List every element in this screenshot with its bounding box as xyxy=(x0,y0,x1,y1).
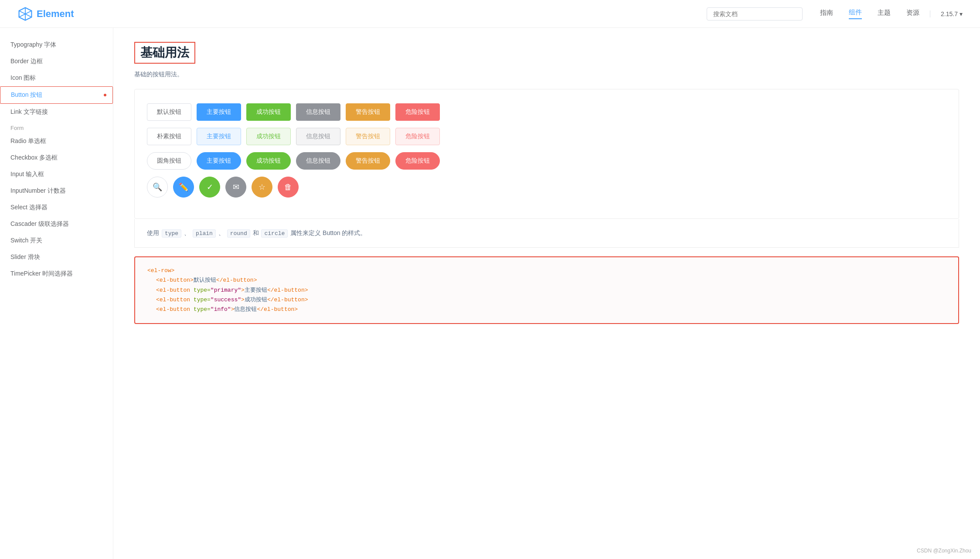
sidebar-item-typography[interactable]: Typography 字体 xyxy=(0,37,113,53)
nav-theme[interactable]: 主题 xyxy=(878,9,891,19)
code-type: type xyxy=(162,229,181,238)
btn-warning[interactable]: 警告按钮 xyxy=(346,103,390,121)
btn-success[interactable]: 成功按钮 xyxy=(246,103,291,121)
code-round: round xyxy=(227,229,250,238)
code-line-3: <el-button type="primary">主要按钮</el-butto… xyxy=(147,286,946,295)
description-box: 使用 type 、 plain 、 round 和 circle 属性来定义 B… xyxy=(134,219,959,248)
nav-guide[interactable]: 指南 xyxy=(820,9,833,19)
btn-plain-danger[interactable]: 危险按钮 xyxy=(395,128,440,145)
sidebar-item-radio[interactable]: Radio 单选框 xyxy=(0,133,113,150)
btn-circle-search[interactable]: 🔍 xyxy=(147,177,168,198)
sidebar-item-timepicker[interactable]: TimePicker 时间选择器 xyxy=(0,266,113,282)
code-line-2: <el-button>默认按钮</el-button> xyxy=(147,276,946,285)
btn-circle-check[interactable]: ✓ xyxy=(199,177,220,198)
logo[interactable]: Element xyxy=(17,6,74,22)
btn-round-info[interactable]: 信息按钮 xyxy=(296,152,340,170)
btn-danger[interactable]: 危险按钮 xyxy=(395,103,440,121)
btn-default[interactable]: 默认按钮 xyxy=(147,103,191,121)
search-input[interactable] xyxy=(707,7,803,20)
check-icon: ✓ xyxy=(207,182,213,192)
page-title: 基础用法 xyxy=(134,42,195,64)
delete-icon: 🗑 xyxy=(284,183,292,192)
sidebar-item-link[interactable]: Link 文字链接 xyxy=(0,104,113,120)
edit-icon: ✏️ xyxy=(179,182,188,192)
page-layout: Typography 字体 Border 边框 Icon 图标 Button 按… xyxy=(0,28,980,559)
btn-round-danger[interactable]: 危险按钮 xyxy=(395,152,440,170)
version-selector[interactable]: 2.15.7 ▾ xyxy=(930,10,963,17)
sidebar-item-input[interactable]: Input 输入框 xyxy=(0,166,113,183)
search-icon: 🔍 xyxy=(153,182,162,192)
sidebar-item-cascader[interactable]: Cascader 级联选择器 xyxy=(0,216,113,232)
btn-circle-delete[interactable]: 🗑 xyxy=(278,177,299,198)
watermark: CSDN @ZongXin.Zhou xyxy=(917,548,971,554)
btn-circle-message[interactable]: ✉ xyxy=(225,177,246,198)
sidebar-section-form: Form xyxy=(0,120,113,133)
code-line-4: <el-button type="success">成功按钮</el-butto… xyxy=(147,295,946,305)
sidebar-item-inputnumber[interactable]: InputNumber 计数器 xyxy=(0,183,113,199)
header: Element 指南 组件 主题 资源 2.15.7 ▾ xyxy=(0,0,980,28)
sidebar-item-select[interactable]: Select 选择器 xyxy=(0,199,113,216)
element-logo-icon xyxy=(17,6,33,22)
btn-plain-default[interactable]: 朴素按钮 xyxy=(147,128,191,145)
chevron-down-icon: ▾ xyxy=(960,10,963,17)
code-circle: circle xyxy=(261,229,288,238)
btn-plain-primary[interactable]: 主要按钮 xyxy=(197,128,241,145)
btn-round-warning[interactable]: 警告按钮 xyxy=(346,152,390,170)
nav-components[interactable]: 组件 xyxy=(849,8,862,19)
button-row-circle: 🔍 ✏️ ✓ ✉ ☆ 🗑 xyxy=(147,177,946,198)
code-block: <el-row> <el-button>默认按钮</el-button> <el… xyxy=(134,256,959,324)
btn-circle-star[interactable]: ☆ xyxy=(252,177,272,198)
code-line-1: <el-row> xyxy=(147,266,946,276)
btn-plain-success[interactable]: 成功按钮 xyxy=(246,128,291,145)
code-line-5: <el-button type="info">信息按钮</el-button> xyxy=(147,305,946,314)
code-plain: plain xyxy=(193,229,216,238)
btn-round-default[interactable]: 圆角按钮 xyxy=(147,152,191,170)
btn-circle-edit[interactable]: ✏️ xyxy=(173,177,194,198)
main-nav: 指南 组件 主题 资源 xyxy=(820,8,919,19)
sidebar-item-checkbox[interactable]: Checkbox 多选框 xyxy=(0,150,113,166)
logo-text: Element xyxy=(37,8,74,20)
btn-plain-warning[interactable]: 警告按钮 xyxy=(346,128,390,145)
button-row-plain: 朴素按钮 主要按钮 成功按钮 信息按钮 警告按钮 危险按钮 xyxy=(147,128,946,145)
version-text: 2.15.7 xyxy=(941,10,958,17)
nav-resources[interactable]: 资源 xyxy=(906,9,919,19)
btn-plain-info[interactable]: 信息按钮 xyxy=(296,128,340,145)
btn-primary[interactable]: 主要按钮 xyxy=(197,103,241,121)
sidebar-item-switch[interactable]: Switch 开关 xyxy=(0,232,113,249)
desc-prefix: 使用 xyxy=(147,229,159,236)
btn-round-primary[interactable]: 主要按钮 xyxy=(197,152,241,170)
button-row-normal: 默认按钮 主要按钮 成功按钮 信息按钮 警告按钮 危险按钮 xyxy=(147,103,946,121)
sidebar-item-button[interactable]: Button 按钮 xyxy=(0,86,113,104)
main-content: 基础用法 基础的按钮用法。 默认按钮 主要按钮 成功按钮 信息按钮 警告按钮 危… xyxy=(113,28,980,559)
sidebar: Typography 字体 Border 边框 Icon 图标 Button 按… xyxy=(0,28,113,559)
sidebar-item-icon[interactable]: Icon 图标 xyxy=(0,70,113,86)
message-icon: ✉ xyxy=(233,182,239,192)
btn-info[interactable]: 信息按钮 xyxy=(296,103,340,121)
btn-round-success[interactable]: 成功按钮 xyxy=(246,152,291,170)
button-row-round: 圆角按钮 主要按钮 成功按钮 信息按钮 警告按钮 危险按钮 xyxy=(147,152,946,170)
sidebar-item-border[interactable]: Border 边框 xyxy=(0,53,113,70)
star-icon: ☆ xyxy=(259,182,265,192)
section-description: 基础的按钮用法。 xyxy=(134,71,959,78)
demo-box: 默认按钮 主要按钮 成功按钮 信息按钮 警告按钮 危险按钮 朴素按钮 主要按钮 … xyxy=(134,89,959,219)
desc-suffix: 属性来定义 Button 的样式。 xyxy=(290,229,366,236)
sidebar-item-slider[interactable]: Slider 滑块 xyxy=(0,249,113,266)
